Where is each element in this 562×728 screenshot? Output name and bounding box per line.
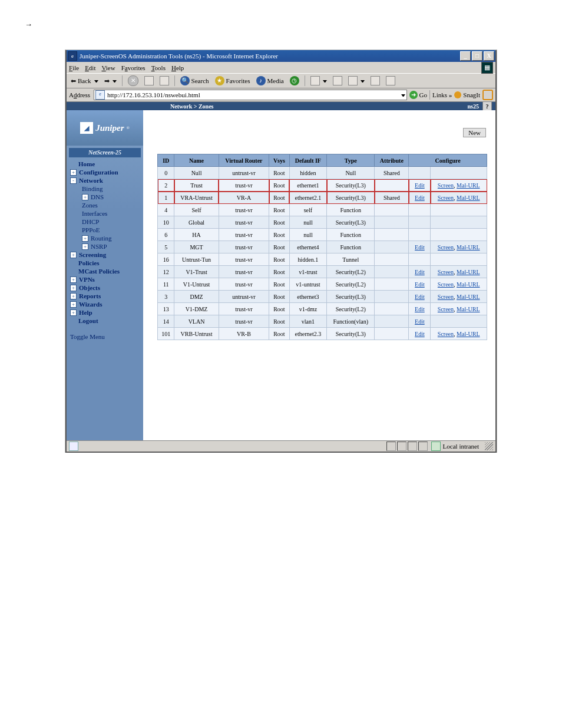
tree-toggle-icon[interactable]: + — [82, 235, 88, 242]
tree-toggle-icon[interactable]: + — [70, 309, 77, 316]
research-button[interactable] — [384, 75, 397, 86]
edit-link[interactable]: Edit — [415, 306, 425, 312]
sidebar-item-label: Routing — [91, 235, 111, 242]
edit-link[interactable]: Edit — [415, 195, 425, 201]
sidebar-item-pppoe[interactable]: PPPoE — [69, 226, 142, 234]
edit-link[interactable]: Edit — [415, 182, 425, 189]
menu-tools[interactable]: Tools — [151, 64, 166, 71]
links-button[interactable]: Links » — [432, 91, 452, 98]
screen-link[interactable]: Screen — [438, 281, 454, 288]
mal-url-link[interactable]: Mal-URL — [457, 281, 480, 288]
favorites-button[interactable]: ★Favorites — [213, 75, 252, 86]
tree-toggle-icon[interactable]: + — [70, 293, 77, 299]
menu-edit[interactable]: Edit — [85, 64, 95, 71]
cell-id: 4 — [158, 204, 174, 216]
tree-toggle-icon[interactable]: + — [82, 194, 88, 200]
go-button[interactable]: ➜Go — [409, 91, 427, 99]
sidebar-item-logout[interactable]: Logout — [69, 317, 142, 325]
sidebar-item-binding[interactable]: Binding — [69, 185, 142, 193]
tree-toggle-icon[interactable]: + — [70, 285, 77, 291]
snagit-capture-icon[interactable] — [482, 90, 493, 100]
mal-url-link[interactable]: Mal-URL — [457, 195, 480, 201]
sidebar-item-wizards[interactable]: +Wizards — [69, 300, 142, 308]
cell-defif: ethernet2.1 — [289, 192, 327, 204]
edit-link[interactable]: Edit — [415, 331, 425, 337]
cell-configure — [431, 204, 487, 216]
mal-url-link[interactable]: Mal-URL — [457, 294, 480, 300]
edit-link[interactable]: Edit — [415, 318, 425, 325]
sidebar-item-network[interactable]: -Network — [69, 176, 142, 185]
screen-link[interactable]: Screen — [438, 195, 454, 201]
sidebar-item-policies[interactable]: Policies — [69, 259, 142, 267]
mail-button[interactable] — [309, 75, 329, 86]
mal-url-link[interactable]: Mal-URL — [457, 306, 480, 312]
home-button[interactable] — [158, 75, 171, 86]
sidebar-item-nsrp[interactable]: +NSRP — [69, 242, 142, 251]
mal-url-link[interactable]: Mal-URL — [457, 331, 480, 337]
tree-toggle-icon[interactable]: + — [70, 301, 77, 308]
edit-link[interactable]: Edit — [415, 244, 425, 251]
screen-link[interactable]: Screen — [438, 294, 454, 300]
history-button[interactable]: ◷ — [288, 75, 301, 86]
tree-toggle-icon[interactable]: + — [70, 169, 77, 176]
sidebar-item-vpns[interactable]: +VPNs — [69, 275, 142, 284]
edit-link[interactable]: Edit — [415, 269, 425, 275]
tree-toggle-icon[interactable]: + — [70, 276, 77, 283]
cell-edit — [409, 167, 431, 179]
sidebar-item-dhcp[interactable]: DHCP — [69, 218, 142, 226]
cell-vsys: Root — [269, 192, 289, 204]
screen-link[interactable]: Screen — [438, 269, 454, 275]
sidebar-item-configuration[interactable]: +Configuration — [69, 168, 142, 176]
snagit-button[interactable]: SnagIt — [454, 91, 480, 98]
sidebar-item-interfaces[interactable]: Interfaces — [69, 209, 142, 218]
sidebar-item-home[interactable]: Home — [69, 160, 142, 168]
address-field[interactable]: e http://172.16.253.101/nswebui.html — [94, 90, 406, 100]
sidebar-item-screening[interactable]: +Screening — [69, 251, 142, 259]
menu-help[interactable]: Help — [171, 64, 184, 71]
edit-link[interactable]: Edit — [415, 294, 425, 300]
screen-link[interactable]: Screen — [438, 306, 454, 312]
cell-id: 2 — [158, 179, 174, 192]
stop-button[interactable]: ✕ — [126, 75, 140, 87]
sidebar-item-dns[interactable]: +DNS — [69, 193, 142, 201]
mal-url-link[interactable]: Mal-URL — [457, 269, 480, 275]
cell-configure — [431, 216, 487, 229]
sidebar-item-objects[interactable]: +Objects — [69, 284, 142, 292]
media-button[interactable]: ♪Media — [254, 75, 286, 86]
help-button[interactable]: ? — [482, 101, 492, 111]
menu-favorites[interactable]: Favorites — [121, 64, 146, 71]
sidebar-item-mcast-policies[interactable]: MCast Policies — [69, 267, 142, 275]
sidebar-item-zones[interactable]: Zones — [69, 201, 142, 209]
edit-link[interactable]: Edit — [415, 281, 425, 288]
sidebar-item-reports[interactable]: +Reports — [69, 292, 142, 300]
tree-toggle-icon[interactable]: + — [82, 243, 88, 250]
menu-file[interactable]: File — [69, 64, 79, 71]
cell-vrouter: trust-vr — [219, 204, 269, 216]
screen-link[interactable]: Screen — [438, 244, 454, 251]
address-dropdown-icon[interactable] — [401, 93, 405, 97]
cell-type: Security(L3) — [327, 291, 375, 303]
menu-view[interactable]: View — [101, 64, 115, 71]
back-button[interactable]: ⬅ Back — [69, 77, 100, 85]
search-button[interactable]: 🔍Search — [178, 75, 211, 86]
edit-button[interactable] — [346, 75, 366, 86]
forward-button[interactable]: ➡ — [103, 77, 118, 85]
discuss-button[interactable] — [369, 75, 382, 86]
maximize-button[interactable]: □ — [472, 51, 482, 61]
tree-toggle-icon[interactable]: + — [70, 252, 77, 258]
screen-link[interactable]: Screen — [438, 331, 454, 337]
mal-url-link[interactable]: Mal-URL — [457, 182, 480, 189]
sidebar-item-routing[interactable]: +Routing — [69, 234, 142, 242]
mal-url-link[interactable]: Mal-URL — [457, 244, 480, 251]
print-button[interactable] — [331, 75, 344, 86]
refresh-button[interactable] — [143, 75, 156, 86]
screen-link[interactable]: Screen — [438, 182, 454, 189]
toggle-menu-link[interactable]: Toggle Menu — [67, 330, 143, 340]
sidebar-item-help[interactable]: +Help — [69, 308, 142, 317]
cell-vsys: Root — [269, 328, 289, 340]
cell-edit: Edit — [409, 241, 431, 253]
new-button[interactable]: New — [463, 128, 486, 137]
tree-toggle-icon[interactable]: - — [70, 177, 77, 184]
minimize-button[interactable]: _ — [460, 51, 471, 61]
close-button[interactable]: X — [484, 51, 494, 61]
